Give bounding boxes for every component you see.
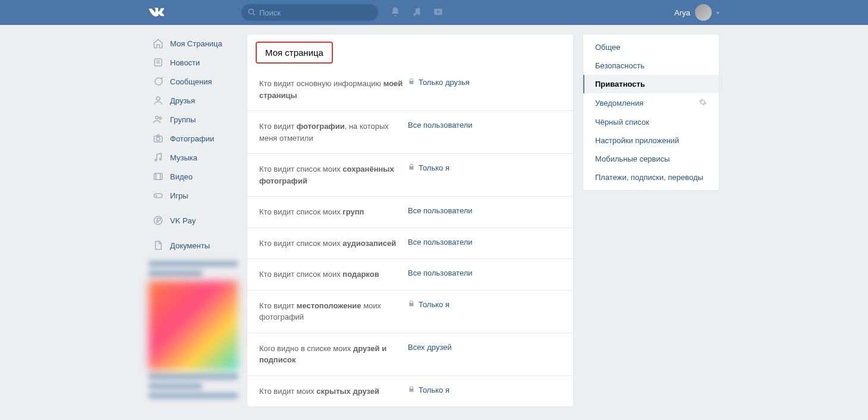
camera-icon xyxy=(152,132,164,144)
setting-value[interactable]: Только я xyxy=(408,386,449,397)
setting-value-text: Всех друзей xyxy=(408,343,452,352)
setting-label: Кто видит основную информацию моей стран… xyxy=(259,78,408,101)
setting-label: Кто видит список моих подарков xyxy=(259,269,408,280)
setting-label: Кого видно в списке моих друзей и подпис… xyxy=(259,343,408,366)
lock-icon xyxy=(408,163,415,172)
sidebar-ad-block xyxy=(149,261,238,399)
message-icon xyxy=(152,75,164,87)
nav-music[interactable]: Музыка xyxy=(149,148,238,167)
settings-tab-label: Мобильные сервисы xyxy=(595,154,670,163)
avatar xyxy=(695,4,712,21)
settings-tab-уведомления[interactable]: Уведомления xyxy=(583,93,719,113)
privacy-setting-row: Кто видит список моих сохранённых фотогр… xyxy=(247,153,573,196)
privacy-setting-row: Кто видит фотографии, на которых меня от… xyxy=(247,110,573,153)
svg-point-14 xyxy=(155,159,157,161)
settings-tab-платежи-подписки-переводы[interactable]: Платежи, подписки, переводы xyxy=(583,168,719,187)
music-note-icon xyxy=(152,151,164,163)
search-box[interactable] xyxy=(241,4,378,21)
setting-value-text: Все пользователи xyxy=(408,238,473,247)
setting-value-text: Все пользователи xyxy=(408,269,473,277)
setting-label: Кто видит фотографии, на которых меня от… xyxy=(259,121,408,144)
notifications-icon[interactable] xyxy=(390,7,401,19)
settings-tab-label: Чёрный список xyxy=(595,118,649,127)
lock-icon xyxy=(408,78,415,87)
svg-rect-19 xyxy=(154,194,162,198)
top-header: Arya ▾ xyxy=(0,0,868,25)
svg-point-0 xyxy=(249,9,253,14)
nav-documents[interactable]: Документы xyxy=(149,236,238,255)
privacy-setting-row: Кто видит основную информацию моей стран… xyxy=(247,68,573,110)
svg-point-11 xyxy=(159,117,162,119)
video-icon[interactable] xyxy=(433,7,444,19)
setting-label: Кто видит список моих групп xyxy=(259,206,408,218)
vk-logo[interactable] xyxy=(149,5,164,20)
setting-value-text: Только я xyxy=(419,163,449,172)
film-icon xyxy=(152,170,164,182)
svg-point-3 xyxy=(418,12,421,15)
nav-games[interactable]: Игры xyxy=(149,186,238,205)
settings-tab-настройки-приложений[interactable]: Настройки приложений xyxy=(583,131,719,150)
svg-line-1 xyxy=(253,13,255,15)
setting-value[interactable]: Все пользователи xyxy=(408,238,473,250)
nav-video[interactable]: Видео xyxy=(149,167,238,186)
nav-friends[interactable]: Друзья xyxy=(149,91,238,110)
setting-value[interactable]: Только я xyxy=(408,163,449,187)
nav-vkpay[interactable]: VK Pay xyxy=(149,211,238,230)
setting-value[interactable]: Все пользователи xyxy=(408,121,473,144)
music-icon[interactable] xyxy=(411,7,422,19)
privacy-setting-row: Кто видит список моих группВсе пользоват… xyxy=(247,196,573,228)
user-icon xyxy=(152,94,164,106)
search-input[interactable] xyxy=(259,8,366,17)
settings-tab-label: Общее xyxy=(595,43,621,52)
privacy-setting-row: Кто видит моих скрытых друзейТолько я xyxy=(247,375,573,407)
settings-tab-label: Приватность xyxy=(595,80,645,89)
setting-value[interactable]: Только я xyxy=(408,300,449,323)
setting-value[interactable]: Всех друзей xyxy=(408,343,452,366)
user-menu[interactable]: Arya ▾ xyxy=(674,4,719,21)
setting-value[interactable]: Все пользователи xyxy=(408,269,473,280)
page: Моя Страница Новости Сообщения Друзья Гр… xyxy=(149,25,719,407)
settings-tab-label: Уведомления xyxy=(595,99,643,108)
nav-groups[interactable]: Группы xyxy=(149,110,238,129)
nav-news[interactable]: Новости xyxy=(149,53,238,72)
settings-tab-чёрный-список[interactable]: Чёрный список xyxy=(583,113,719,131)
setting-label: Кто видит список моих сохранённых фотогр… xyxy=(259,163,408,187)
gamepad-icon xyxy=(152,190,164,201)
privacy-setting-row: Кто видит список моих подарковВсе пользо… xyxy=(247,258,573,290)
svg-point-2 xyxy=(413,13,416,16)
news-icon xyxy=(152,56,164,68)
nav-messages[interactable]: Сообщения xyxy=(149,72,238,91)
setting-label: Кто видит список моих аудиозаписей xyxy=(259,238,408,250)
svg-point-9 xyxy=(156,97,160,100)
settings-tab-общее[interactable]: Общее xyxy=(583,38,719,56)
privacy-setting-row: Кто видит местоположение моих фотографий… xyxy=(247,290,573,333)
settings-tab-label: Безопасность xyxy=(595,61,644,70)
setting-value[interactable]: Только друзья xyxy=(408,78,470,101)
left-nav: Моя Страница Новости Сообщения Друзья Гр… xyxy=(149,34,238,402)
settings-tab-label: Платежи, подписки, переводы xyxy=(595,173,703,182)
svg-point-13 xyxy=(156,137,160,141)
settings-tab-мобильные-сервисы[interactable]: Мобильные сервисы xyxy=(583,150,719,168)
main-column: Моя страница Кто видит основную информац… xyxy=(247,34,719,407)
privacy-setting-row: Кого видно в списке моих друзей и подпис… xyxy=(247,333,573,375)
setting-label: Кто видит местоположение моих фотографий xyxy=(259,300,408,323)
svg-point-15 xyxy=(159,159,161,160)
setting-value-text: Все пользователи xyxy=(408,121,473,130)
settings-tab-безопасность[interactable]: Безопасность xyxy=(583,56,719,75)
settings-tabs: ОбщееБезопасностьПриватностьУведомленияЧ… xyxy=(583,34,719,191)
setting-value[interactable]: Все пользователи xyxy=(408,206,473,218)
lock-icon xyxy=(408,386,415,394)
privacy-setting-row: Кто видит список моих аудиозаписейВсе по… xyxy=(247,228,573,259)
users-icon xyxy=(152,113,164,125)
nav-my-page[interactable]: Моя Страница xyxy=(149,34,238,53)
setting-value-text: Все пользователи xyxy=(408,206,473,215)
settings-tab-приватность[interactable]: Приватность xyxy=(583,75,719,93)
document-icon xyxy=(152,239,164,251)
privacy-settings-panel: Моя страница Кто видит основную информац… xyxy=(247,34,574,407)
setting-value-text: Только друзья xyxy=(419,78,470,87)
nav-photos[interactable]: Фотографии xyxy=(149,129,238,148)
setting-label: Кто видит моих скрытых друзей xyxy=(259,386,408,397)
setting-value-text: Только я xyxy=(419,300,449,309)
header-inner: Arya ▾ xyxy=(149,0,719,25)
gear-icon[interactable] xyxy=(699,98,707,108)
